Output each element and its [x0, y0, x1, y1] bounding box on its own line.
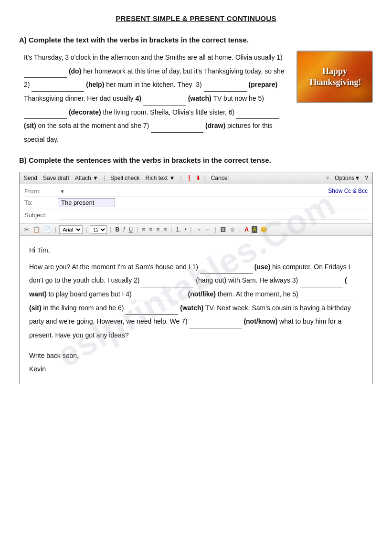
bold-button[interactable]: B	[114, 226, 120, 233]
rich-text-button[interactable]: Rich text ▼	[144, 174, 176, 182]
fmt-sep-3: |	[110, 226, 111, 233]
verb-b5: (sit)	[29, 304, 42, 312]
options-button[interactable]: Options▼	[333, 174, 361, 182]
email-client: Send Save draft Attach ▼ | Spell check R…	[19, 172, 373, 384]
fmt-sep-8: |	[239, 226, 241, 233]
down-arrow-icon: ⬇	[196, 175, 201, 181]
verb-5: (decorate)	[69, 108, 101, 116]
thanksgiving-text: Happy Thanksgiving!	[308, 66, 361, 88]
verb-b7: (not/know)	[244, 317, 277, 325]
indent-icon[interactable]: →	[195, 226, 202, 233]
to-row: To: The present	[24, 197, 368, 209]
blank-b6	[126, 307, 178, 315]
warning-icon: ❗	[186, 175, 193, 181]
email-signature: Kevin	[29, 362, 363, 376]
toolbar-sep-1: |	[104, 175, 105, 181]
section-a-paragraph: It's Thursday, 3 o'clock in the afternoo…	[24, 51, 289, 147]
align-left-icon[interactable]: ≡	[148, 226, 153, 233]
verb-2: (help)	[86, 81, 104, 88]
outdent-icon[interactable]: ←	[204, 226, 212, 233]
fmt-sep-1: |	[55, 226, 56, 233]
toolbar-sep-4: ▼	[325, 175, 330, 181]
verb-b6: (watch)	[180, 304, 203, 312]
verb-b4: (not/like)	[188, 290, 216, 298]
paste-icon[interactable]: 📄	[43, 226, 52, 233]
justify-icon[interactable]: ≡	[162, 226, 168, 233]
smiley-icon[interactable]: ☺	[229, 226, 236, 233]
verb-b1: (use)	[254, 263, 270, 271]
save-draft-button[interactable]: Save draft	[42, 174, 71, 182]
email-header: From: ▼ Show Cc & Bcc To: The present Su…	[20, 184, 372, 224]
verb-num-4: 4)	[135, 95, 141, 102]
section-a: A) Complete the text with the verbs in b…	[19, 36, 373, 147]
email-closing: Write back soon,	[29, 349, 363, 363]
email-toolbar: Send Save draft Attach ▼ | Spell check R…	[20, 172, 372, 184]
blank-b3	[300, 280, 343, 287]
section-b: B) Complete the sentences with the verbs…	[19, 156, 373, 384]
page-title: PRESENT SIMPLE & PRESENT CONTINUOUS	[19, 14, 373, 22]
fmt-sep-7: |	[215, 226, 216, 233]
section-b-label: B) Complete the sentences with the verbs…	[19, 156, 373, 164]
blank-b1	[200, 266, 253, 274]
help-button[interactable]: ?	[363, 174, 370, 182]
list-ol-icon[interactable]: 1.	[175, 226, 181, 233]
verb-4: (watch)	[188, 95, 212, 102]
from-row: From: ▼ Show Cc & Bcc	[24, 186, 368, 197]
cancel-button[interactable]: Cancel	[210, 174, 230, 182]
copy-icon[interactable]: 📋	[32, 226, 41, 233]
verb-6: (sit)	[24, 122, 36, 129]
font-select[interactable]: Arial	[59, 225, 83, 234]
blank-3	[204, 84, 247, 92]
blank-6	[236, 111, 279, 119]
italic-button[interactable]: I	[122, 226, 126, 233]
from-dropdown[interactable]: ▼	[60, 189, 65, 194]
toolbar-sep-2: |	[180, 175, 181, 181]
blank-1	[24, 70, 67, 78]
formatting-toolbar: ✂ 📋 📄 | Arial | 12 | B I U | ≡ ≡ ≡ ≡ | 1…	[20, 224, 372, 236]
toolbar-sep-3: |	[204, 175, 206, 181]
email-greeting: Hi Tim,	[29, 243, 363, 257]
show-cc-bcc-link[interactable]: Show Cc & Bcc	[328, 188, 368, 194]
to-label: To:	[24, 199, 58, 206]
list-ul-icon[interactable]: •	[183, 226, 187, 233]
subject-row: Subject:	[24, 209, 368, 221]
spell-check-button[interactable]: Spell check	[109, 174, 141, 182]
smiley2-icon[interactable]: 😊	[259, 226, 268, 233]
toolbar-right: ▼ Options▼ ?	[324, 174, 370, 182]
font-color-button[interactable]: A	[244, 226, 250, 233]
attach-button[interactable]: Attach ▼	[74, 174, 100, 182]
align-right-icon[interactable]: ≡	[155, 226, 160, 233]
align-center-icon[interactable]: ≡	[141, 226, 146, 233]
email-paragraph: How are you? At the moment I'm at Sam's …	[29, 260, 363, 342]
from-value[interactable]: ▼	[58, 188, 328, 195]
blank-b4	[134, 294, 186, 301]
insert-icon[interactable]: 🖼	[219, 226, 227, 233]
send-button[interactable]: Send	[22, 174, 39, 182]
fmt-sep-4: |	[137, 226, 138, 233]
thanksgiving-image: Happy Thanksgiving!	[297, 51, 373, 103]
section-a-label: A) Complete the text with the verbs in b…	[19, 36, 373, 44]
to-input[interactable]: The present	[58, 198, 115, 207]
fmt-sep-5: |	[170, 226, 172, 233]
subject-input[interactable]	[58, 211, 368, 220]
verb-3: (prepare)	[249, 81, 278, 88]
fmt-sep-6: |	[191, 226, 192, 233]
subject-label: Subject:	[24, 211, 58, 219]
fmt-sep-2: |	[85, 226, 87, 233]
blank-5	[24, 111, 67, 119]
verb-1: (do)	[69, 67, 81, 75]
blank-7	[151, 125, 203, 133]
from-label: From:	[24, 188, 58, 195]
cut-icon[interactable]: ✂	[23, 226, 30, 233]
blank-4	[143, 98, 186, 105]
underline-button[interactable]: U	[127, 226, 134, 233]
email-body[interactable]: Hi Tim, How are you? At the moment I'm a…	[20, 236, 372, 384]
blank-b2	[141, 280, 194, 287]
blank-b7	[190, 321, 242, 328]
blank-2	[32, 84, 84, 92]
verb-7: (draw)	[205, 122, 225, 129]
highlight-button[interactable]: A	[252, 226, 257, 233]
blank-b5	[300, 294, 353, 301]
font-size-select[interactable]: 12	[90, 225, 107, 234]
